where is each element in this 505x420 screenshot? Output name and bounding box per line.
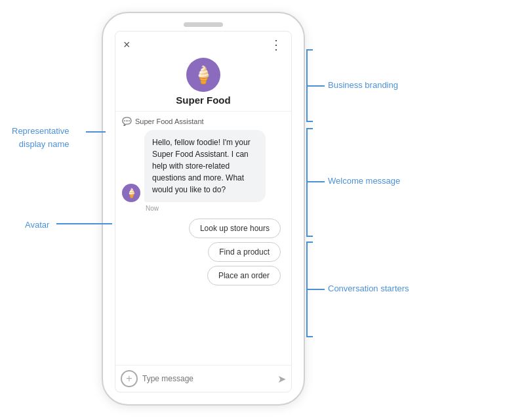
rep-icon: 💬 [122, 117, 132, 126]
phone-screen: × ⋮ 🍦 Super Food 💬 Super Food Assistant [115, 31, 292, 392]
send-icon[interactable]: ➤ [277, 373, 286, 385]
starter-btn-1[interactable]: Look up store hours [189, 219, 281, 238]
avatar-label: Avatar [25, 220, 49, 230]
representative-name: Super Food Assistant [135, 117, 204, 125]
starter-btn-2[interactable]: Find a product [208, 242, 281, 262]
screen-header: × ⋮ [115, 32, 291, 55]
brand-icon: 🍦 [186, 58, 220, 92]
welcome-tick-top [306, 128, 313, 129]
welcome-message-label: Welcome message [328, 176, 400, 186]
add-button[interactable]: + [121, 370, 138, 387]
rep-display-label-line2: display name [12, 138, 69, 151]
starters-h-line [306, 289, 325, 290]
welcome-bracket [306, 128, 308, 236]
avatar: 🍦 [122, 184, 140, 202]
message-bubble: Hello, fellow foodie! I'm your Super Foo… [144, 130, 266, 202]
close-icon[interactable]: × [123, 38, 131, 52]
branding-tick-top [306, 49, 313, 51]
input-bar: + ➤ [115, 365, 291, 392]
business-branding-section: 🍦 Super Food [115, 55, 291, 112]
starters-tick-top [306, 242, 313, 243]
welcome-tick-bottom [306, 236, 313, 237]
message-bubble-row: 🍦 Hello, fellow foodie! I'm your Super F… [122, 130, 285, 202]
avatar-line [56, 223, 112, 224]
conversation-starters: Look up store hours Find a product Place… [122, 219, 285, 291]
branding-h-line [306, 85, 325, 87]
branding-tick-bottom [306, 121, 313, 122]
timestamp: Now [146, 205, 285, 212]
more-icon[interactable]: ⋮ [270, 37, 283, 52]
rep-display-label-line1: Representative [12, 125, 69, 138]
welcome-h-line [306, 181, 325, 182]
starters-tick-bottom [306, 336, 313, 337]
conversation-starters-label: Conversation starters [328, 284, 409, 293]
representative-row: 💬 Super Food Assistant [122, 117, 285, 126]
diagram-container: × ⋮ 🍦 Super Food 💬 Super Food Assistant [0, 0, 505, 420]
chat-area: 💬 Super Food Assistant 🍦 Hello, fellow f… [115, 112, 291, 365]
rep-display-line [86, 131, 106, 133]
starter-btn-3[interactable]: Place an order [207, 266, 281, 285]
brand-name: Super Food [176, 94, 230, 106]
business-branding-label: Business branding [328, 80, 398, 90]
rep-display-annotation: Representative display name [12, 125, 69, 150]
phone-shell: × ⋮ 🍦 Super Food 💬 Super Food Assistant [102, 12, 305, 406]
phone-speaker [184, 22, 223, 27]
message-input[interactable] [142, 374, 273, 383]
